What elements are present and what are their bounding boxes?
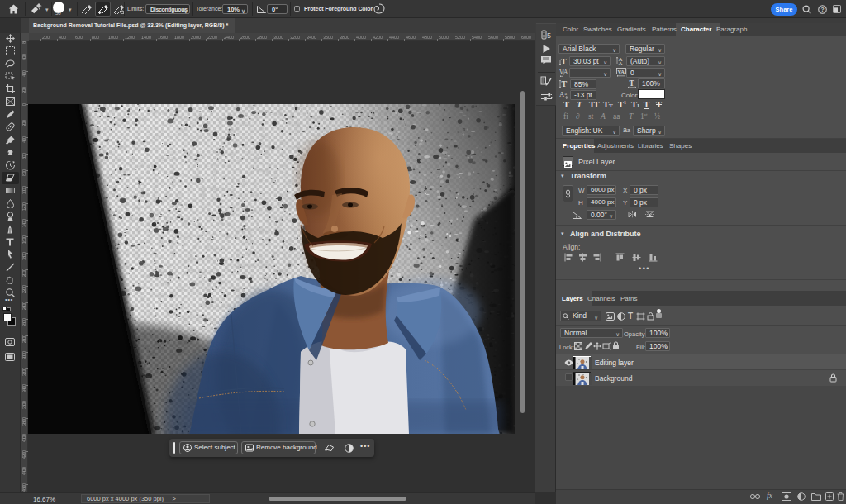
svg-text:T: T [630,79,635,88]
svg-text:VA: VA [618,69,625,74]
svg-text:5: 5 [547,31,551,40]
svg-text:a: a [565,91,568,96]
svg-text:T: T [562,79,568,88]
svg-text:?: ? [820,7,824,12]
svg-text:A: A [619,60,623,65]
svg-text:A: A [563,69,568,76]
svg-text:T: T [561,57,567,65]
